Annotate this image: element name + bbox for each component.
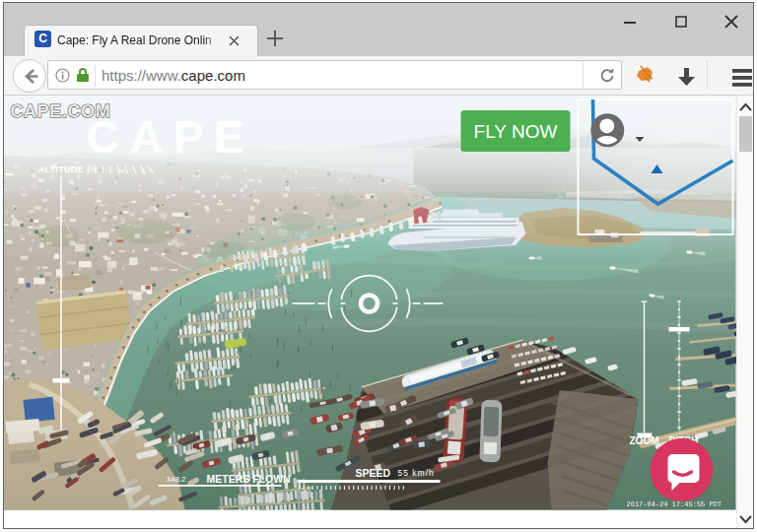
- svg-text:ALTITUDE: ALTITUDE: [38, 164, 84, 174]
- svg-text:2017-04-24 17:45:55 PDT: 2017-04-24 17:45:55 PDT: [627, 500, 723, 508]
- svg-text:SPEED: SPEED: [356, 467, 391, 479]
- svg-text:CAPE: CAPE: [87, 110, 255, 163]
- svg-text:348.2: 348.2: [167, 475, 187, 484]
- svg-text:55 km/h: 55 km/h: [398, 468, 435, 478]
- svg-text:FLY NOW: FLY NOW: [474, 121, 558, 142]
- svg-text:METERS FLOWN: METERS FLOWN: [207, 473, 291, 485]
